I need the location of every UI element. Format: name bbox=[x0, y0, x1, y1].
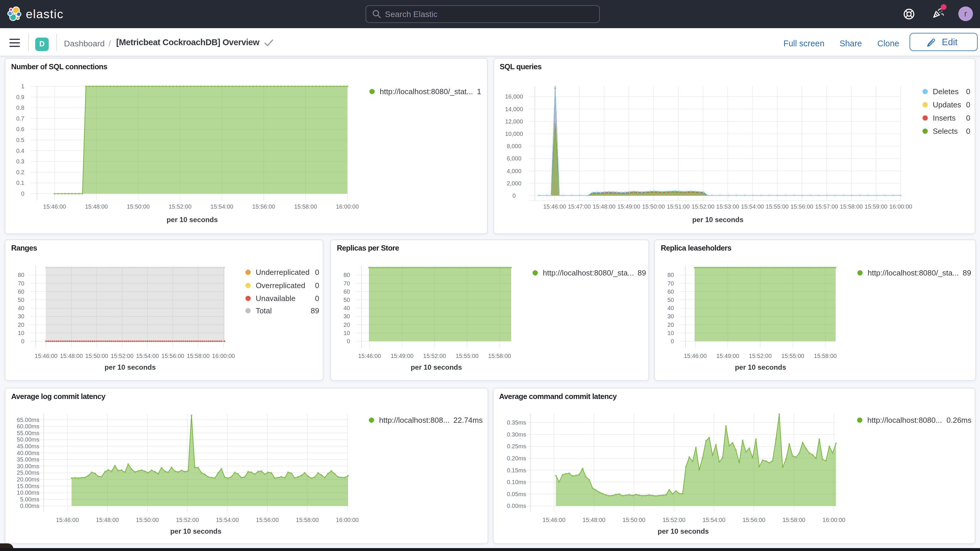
svg-text:0.30ms: 0.30ms bbox=[507, 431, 526, 438]
svg-text:15:56:00: 15:56:00 bbox=[161, 353, 184, 359]
svg-text:Updates: Updates bbox=[932, 100, 961, 109]
svg-text:15:48:00: 15:48:00 bbox=[96, 517, 119, 523]
svg-text:0: 0 bbox=[21, 338, 24, 344]
svg-text:60: 60 bbox=[18, 288, 24, 295]
svg-text:Selects: Selects bbox=[932, 127, 958, 135]
svg-text:30.00ms: 30.00ms bbox=[17, 463, 39, 470]
svg-text:15:58:00: 15:58:00 bbox=[294, 203, 317, 210]
svg-text:40: 40 bbox=[18, 305, 24, 311]
svg-text:Overreplicated: Overreplicated bbox=[256, 281, 305, 290]
svg-text:15:54:00: 15:54:00 bbox=[741, 203, 764, 210]
svg-text:15:46:00: 15:46:00 bbox=[543, 203, 566, 210]
svg-text:per 10 seconds: per 10 seconds bbox=[167, 216, 218, 224]
svg-text:15:54:00: 15:54:00 bbox=[210, 203, 233, 210]
svg-text:65.00ms: 65.00ms bbox=[17, 417, 39, 423]
svg-text:0.4: 0.4 bbox=[16, 148, 24, 154]
svg-text:Deletes: Deletes bbox=[932, 87, 958, 96]
svg-text:15:56:00: 15:56:00 bbox=[790, 203, 813, 210]
svg-text:0.5: 0.5 bbox=[16, 137, 24, 143]
svg-text:15:52:00: 15:52:00 bbox=[423, 353, 446, 359]
svg-text:0.7: 0.7 bbox=[16, 115, 24, 122]
svg-text:0.3: 0.3 bbox=[16, 158, 24, 165]
svg-text:15:58:00: 15:58:00 bbox=[488, 353, 511, 359]
svg-text:per 10 seconds: per 10 seconds bbox=[170, 527, 221, 535]
svg-text:5.00ms: 5.00ms bbox=[20, 496, 39, 503]
svg-text:per 10 seconds: per 10 seconds bbox=[411, 363, 462, 371]
svg-text:0: 0 bbox=[966, 87, 970, 96]
svg-text:15:56:00: 15:56:00 bbox=[742, 517, 765, 523]
svg-text:15:49:00: 15:49:00 bbox=[391, 353, 414, 359]
svg-text:0: 0 bbox=[21, 190, 24, 197]
svg-text:0: 0 bbox=[315, 281, 319, 290]
svg-text:89: 89 bbox=[638, 268, 646, 277]
svg-text:0: 0 bbox=[315, 268, 319, 277]
svg-text:15:46:00: 15:46:00 bbox=[542, 517, 565, 523]
svg-text:20: 20 bbox=[668, 322, 674, 328]
svg-text:16:00:00: 16:00:00 bbox=[822, 517, 845, 523]
svg-text:http://localhost:8080/_sta...: http://localhost:8080/_sta... bbox=[543, 268, 634, 277]
svg-text:10: 10 bbox=[344, 330, 350, 336]
svg-text:0.05ms: 0.05ms bbox=[507, 491, 526, 497]
svg-text:0.35ms: 0.35ms bbox=[507, 419, 526, 426]
svg-text:0.20ms: 0.20ms bbox=[507, 455, 526, 462]
svg-text:Underreplicated: Underreplicated bbox=[256, 268, 310, 277]
svg-text:15:51:00: 15:51:00 bbox=[667, 203, 689, 210]
svg-text:0: 0 bbox=[966, 127, 970, 135]
svg-text:15:58:00: 15:58:00 bbox=[187, 353, 210, 359]
svg-text:15:58:00: 15:58:00 bbox=[814, 353, 837, 359]
svg-text:20: 20 bbox=[344, 322, 350, 328]
svg-text:0: 0 bbox=[512, 193, 515, 199]
svg-text:15:52:00: 15:52:00 bbox=[662, 517, 685, 523]
svg-text:http://localhost:8080/_sta...: http://localhost:8080/_sta... bbox=[868, 268, 959, 277]
svg-text:0: 0 bbox=[347, 338, 350, 344]
svg-text:0.1: 0.1 bbox=[16, 180, 24, 186]
svg-text:30: 30 bbox=[344, 313, 350, 320]
svg-text:40.00ms: 40.00ms bbox=[17, 450, 39, 456]
svg-text:0.25ms: 0.25ms bbox=[507, 443, 526, 449]
svg-text:0.8: 0.8 bbox=[16, 104, 24, 111]
svg-text:per 10 seconds: per 10 seconds bbox=[105, 363, 156, 371]
svg-text:60.00ms: 60.00ms bbox=[17, 423, 39, 430]
svg-text:14,000: 14,000 bbox=[505, 106, 523, 112]
svg-text:10.00ms: 10.00ms bbox=[17, 489, 39, 496]
svg-text:15:55:00: 15:55:00 bbox=[781, 353, 804, 359]
svg-text:per 10 seconds: per 10 seconds bbox=[735, 363, 786, 371]
svg-text:40: 40 bbox=[668, 305, 674, 311]
svg-text:15:56:00: 15:56:00 bbox=[252, 203, 275, 210]
svg-text:15:49:00: 15:49:00 bbox=[716, 353, 739, 359]
svg-text:25.00ms: 25.00ms bbox=[17, 470, 39, 476]
svg-text:15:52:00: 15:52:00 bbox=[749, 353, 772, 359]
svg-text:0.26ms: 0.26ms bbox=[946, 416, 971, 425]
svg-text:15:48:00: 15:48:00 bbox=[85, 203, 108, 210]
svg-text:15:54:00: 15:54:00 bbox=[136, 353, 159, 359]
svg-text:16:00:00: 16:00:00 bbox=[336, 203, 359, 210]
svg-text:15:48:00: 15:48:00 bbox=[60, 353, 83, 359]
svg-text:80: 80 bbox=[18, 272, 24, 278]
svg-text:50: 50 bbox=[344, 297, 350, 303]
svg-text:4,000: 4,000 bbox=[506, 168, 521, 174]
svg-text:15:50:00: 15:50:00 bbox=[136, 517, 159, 523]
svg-text:15:48:00: 15:48:00 bbox=[582, 517, 605, 523]
svg-text:80: 80 bbox=[668, 272, 674, 278]
svg-text:16,000: 16,000 bbox=[505, 93, 523, 100]
svg-text:60: 60 bbox=[668, 288, 674, 295]
svg-text:15:52:00: 15:52:00 bbox=[176, 517, 199, 523]
svg-text:10: 10 bbox=[18, 330, 24, 336]
svg-text:6,000: 6,000 bbox=[506, 155, 521, 162]
svg-text:0.10ms: 0.10ms bbox=[507, 479, 526, 485]
svg-text:20.00ms: 20.00ms bbox=[17, 476, 39, 483]
svg-text:40: 40 bbox=[344, 305, 350, 311]
svg-text:70: 70 bbox=[668, 280, 674, 287]
svg-text:15:56:00: 15:56:00 bbox=[256, 517, 279, 523]
svg-text:15.00ms: 15.00ms bbox=[17, 483, 39, 489]
svg-text:15:46:00: 15:46:00 bbox=[358, 353, 381, 359]
svg-text:45.00ms: 45.00ms bbox=[17, 443, 39, 449]
svg-text:0.00ms: 0.00ms bbox=[20, 503, 39, 509]
svg-text:15:46:00: 15:46:00 bbox=[35, 353, 57, 359]
svg-text:80: 80 bbox=[344, 272, 350, 278]
svg-text:15:58:00: 15:58:00 bbox=[840, 203, 862, 210]
svg-text:15:54:00: 15:54:00 bbox=[702, 517, 725, 523]
svg-text:30: 30 bbox=[18, 313, 24, 320]
svg-text:70: 70 bbox=[344, 280, 350, 287]
svg-text:15:47:00: 15:47:00 bbox=[568, 203, 591, 210]
